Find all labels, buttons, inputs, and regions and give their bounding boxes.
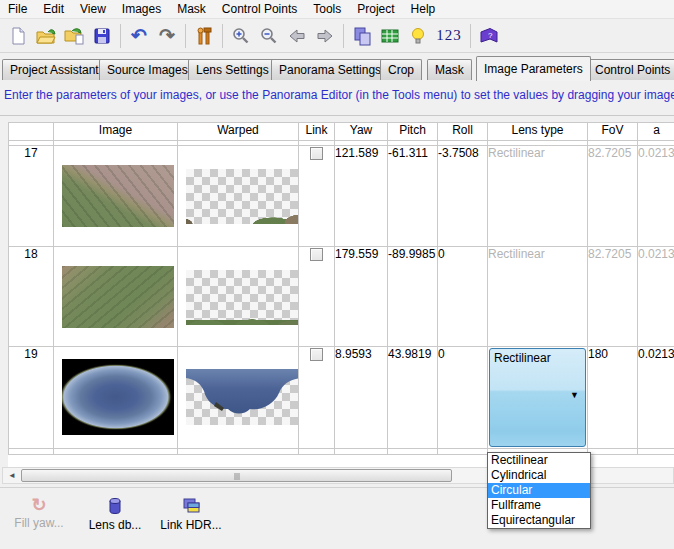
fill-yaw-button[interactable]: ↻ Fill yaw... [6,494,72,535]
dropdown-item-cylindrical[interactable]: Cylindrical [488,468,590,483]
arrow-left-icon [287,26,307,46]
fov-cell-19[interactable]: 180 [588,347,638,449]
zoom-out-magnifier-icon [259,26,279,46]
new-document-button[interactable] [4,22,32,50]
lens-type-combobox-value: Rectilinear [494,351,551,365]
dropdown-item-circular[interactable]: Circular [488,483,590,498]
help-button[interactable]: ? [475,22,503,50]
hugin-image-parameters-window: File Edit View Images Mask Control Point… [0,0,674,549]
pitch-cell-19[interactable]: 43.9819 [388,347,438,449]
menu-project[interactable]: Project [349,0,402,18]
preferences-button[interactable] [190,22,218,50]
column-header-lens-type[interactable]: Lens type [488,123,588,141]
dropdown-item-fullframe[interactable]: Fullframe [488,498,590,513]
zoom-in-button[interactable] [227,22,255,50]
roll-cell-18[interactable]: 0 [438,247,488,347]
pitch-cell-18[interactable]: -89.9985 [388,247,438,347]
menu-view[interactable]: View [72,0,114,18]
column-header-roll[interactable]: Roll [438,123,488,141]
yaw-cell-17[interactable]: 121.589 [335,146,388,247]
tab-crop[interactable]: Crop [380,59,422,80]
footer-toolbar: ↻ Fill yaw... Lens db... Link HDR... [6,494,224,535]
zoom-out-button[interactable] [255,22,283,50]
grid-row-18: 18 179.559 -89.9985 0 Rectilinear 82.720… [9,247,674,347]
lens-type-combobox[interactable]: Rectilinear ▼ [489,348,586,447]
info-text: Enter the parameters of your images, or … [4,88,674,104]
tab-source-images[interactable]: Source Images [99,59,196,80]
column-header-yaw[interactable]: Yaw [335,123,388,141]
add-images-button[interactable] [60,22,88,50]
tab-mask[interactable]: Mask [427,59,472,80]
column-header-pitch[interactable]: Pitch [388,123,438,141]
scrollbar-left-arrow[interactable]: ◄ [4,469,20,482]
lightbulb-icon [409,26,427,46]
toolbar-separator [470,24,471,48]
numeric-transform-button[interactable]: 123 [432,22,466,50]
fov-cell-17[interactable]: 82.7205 [588,146,638,247]
pitch-cell-17[interactable]: -61.311 [388,146,438,247]
a-cell-18[interactable]: 0.0213 [638,247,674,347]
image-thumbnail-17 [62,165,174,227]
row-label-19[interactable]: 19 [9,347,54,449]
lens-db-button[interactable]: Lens db... [82,494,148,535]
column-header-a[interactable]: a [638,123,674,141]
lens-type-cell-17[interactable]: Rectilinear [488,146,588,247]
tab-control-points[interactable]: Control Points [587,59,674,80]
roll-cell-17[interactable]: -3.7508 [438,146,488,247]
toolbar-separator [120,24,121,48]
dropdown-item-equirectangular[interactable]: Equirectangular [488,513,590,528]
link-cell-19 [299,347,335,449]
database-cylinder-icon [108,497,122,515]
toolbar-separator [343,24,344,48]
open-folder-add-icon [63,26,85,46]
a-cell-17[interactable]: 0.0213 [638,146,674,247]
main-toolbar: ↶ ↷ [0,19,674,53]
tab-image-parameters[interactable]: Image Parameters [476,56,591,81]
warped-cell-18[interactable] [178,247,299,347]
tab-panorama-settings[interactable]: Panorama Settings [271,59,389,80]
column-header-image[interactable]: Image [54,123,178,141]
menu-file[interactable]: File [0,0,35,18]
image-cell-18[interactable] [54,247,178,347]
row-label-17[interactable]: 17 [9,146,54,247]
column-header-fov[interactable]: FoV [588,123,638,141]
redo-button[interactable]: ↷ [153,22,181,50]
row-label-18[interactable]: 18 [9,247,54,347]
preview-button[interactable] [404,22,432,50]
open-project-button[interactable] [32,22,60,50]
menu-edit[interactable]: Edit [35,0,72,18]
tab-project-assistant[interactable]: Project Assistant [2,59,107,80]
link-hdr-button[interactable]: Link HDR... [158,494,224,535]
yaw-cell-18[interactable]: 179.559 [335,247,388,347]
scrollbar-thumb[interactable] [21,469,452,482]
undo-button[interactable]: ↶ [125,22,153,50]
link-checkbox-17[interactable] [310,147,323,160]
next-image-button[interactable] [311,22,339,50]
warped-cell-19[interactable] [178,347,299,449]
link-checkbox-19[interactable] [310,348,323,361]
menu-tools[interactable]: Tools [305,0,349,18]
save-project-button[interactable] [88,22,116,50]
previous-image-button[interactable] [283,22,311,50]
link-checkbox-18[interactable] [310,248,323,261]
link-cell-18 [299,247,335,347]
a-cell-19[interactable]: 0.0213 [638,347,674,449]
show-table-button[interactable] [376,22,404,50]
column-header-warped[interactable]: Warped [178,123,299,141]
fov-cell-18[interactable]: 82.7205 [588,247,638,347]
yaw-cell-19[interactable]: 8.9593 [335,347,388,449]
menu-control-points[interactable]: Control Points [214,0,305,18]
scrollbar-grip-icon [234,473,239,480]
lens-type-cell-18[interactable]: Rectilinear [488,247,588,347]
image-cell-19[interactable] [54,347,178,449]
menu-images[interactable]: Images [114,0,169,18]
column-header-link[interactable]: Link [299,123,335,141]
dropdown-item-rectilinear[interactable]: Rectilinear [488,453,590,468]
warped-cell-17[interactable] [178,146,299,247]
tab-lens-settings[interactable]: Lens Settings [188,59,277,80]
roll-cell-19[interactable]: 0 [438,347,488,449]
image-cell-17[interactable] [54,146,178,247]
menu-help[interactable]: Help [403,0,444,18]
panorama-editor-button[interactable] [348,22,376,50]
menu-mask[interactable]: Mask [169,0,214,18]
